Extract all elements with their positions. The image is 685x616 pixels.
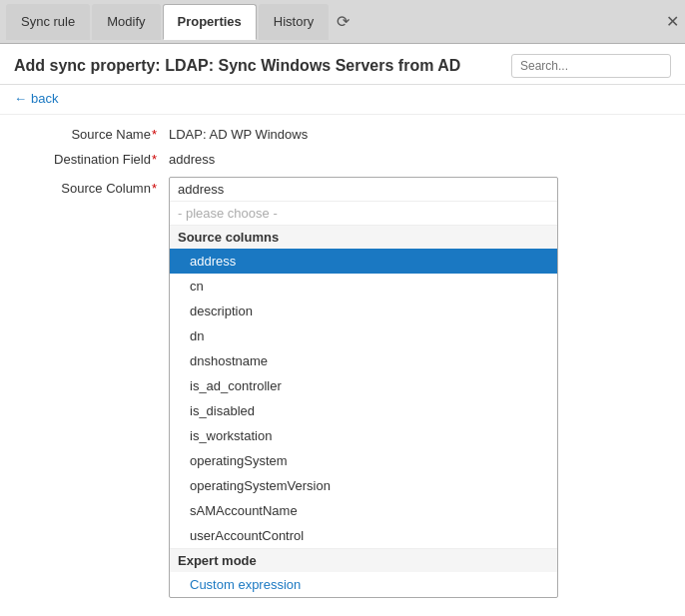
tab-modify[interactable]: Modify: [92, 4, 160, 40]
dropdown-item-custom-expression[interactable]: Custom expression: [170, 572, 557, 597]
dropdown-item-useraccountcontrol[interactable]: userAccountControl: [170, 523, 557, 548]
expert-mode-header: Expert mode: [170, 548, 557, 572]
tab-bar: Sync rule Modify Properties History ⟳ ✕: [0, 0, 685, 44]
tab-sync-rule[interactable]: Sync rule: [6, 4, 90, 40]
source-column-label: Source Column: [14, 177, 169, 196]
destination-field-row: Destination Field address: [14, 152, 671, 167]
dropdown-item-is-workstation[interactable]: is_workstation: [170, 423, 557, 448]
source-column-dropdown[interactable]: address - please choose - Source columns…: [169, 177, 558, 598]
back-link[interactable]: back: [14, 91, 671, 106]
destination-field-label: Destination Field: [14, 152, 169, 167]
source-column-row: Source Column address - please choose - …: [14, 177, 671, 598]
tab-properties[interactable]: Properties: [163, 4, 257, 40]
page-header: Add sync property: LDAP: Sync Windows Se…: [0, 44, 685, 85]
page-title: Add sync property: LDAP: Sync Windows Se…: [14, 57, 460, 75]
dropdown-item-dnshostname[interactable]: dnshostname: [170, 348, 557, 373]
dropdown-placeholder: - please choose -: [170, 201, 557, 225]
dropdown-input-value[interactable]: address: [170, 178, 557, 201]
dropdown-item-operatingsystem[interactable]: operatingSystem: [170, 448, 557, 473]
refresh-button[interactable]: ⟳: [337, 12, 349, 31]
source-name-row: Source Name LDAP: AD WP Windows: [14, 127, 671, 142]
dropdown-item-is-disabled[interactable]: is_disabled: [170, 398, 557, 423]
dropdown-item-description[interactable]: description: [170, 299, 557, 323]
form-area: Source Name LDAP: AD WP Windows Destinat…: [0, 115, 685, 616]
tab-history[interactable]: History: [259, 4, 329, 40]
source-columns-header: Source columns: [170, 225, 557, 249]
search-input[interactable]: [511, 54, 671, 78]
dropdown-item-is-ad-controller[interactable]: is_ad_controller: [170, 373, 557, 398]
dropdown-item-address[interactable]: address: [170, 249, 557, 274]
source-name-label: Source Name: [14, 127, 169, 142]
close-button[interactable]: ✕: [666, 12, 679, 31]
dropdown-item-samaccountname[interactable]: sAMAccountName: [170, 498, 557, 523]
dropdown-item-dn[interactable]: dn: [170, 323, 557, 348]
dropdown-item-cn[interactable]: cn: [170, 274, 557, 299]
source-name-value: LDAP: AD WP Windows: [169, 127, 308, 142]
dropdown-list: address cn description dn dnshostname is…: [170, 249, 557, 548]
dropdown-item-operatingsystemversion[interactable]: operatingSystemVersion: [170, 473, 557, 498]
back-bar: back: [0, 85, 685, 115]
destination-field-value: address: [169, 152, 215, 167]
